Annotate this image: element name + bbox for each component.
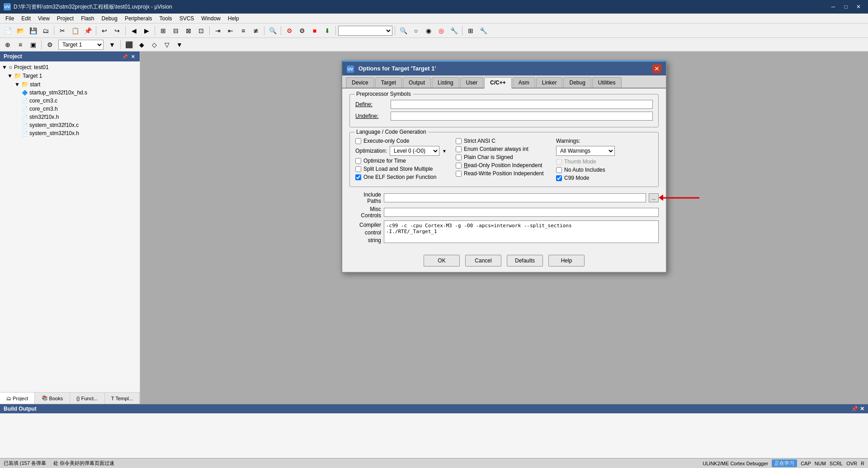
include-paths-input[interactable] bbox=[384, 193, 646, 202]
tab-asm[interactable]: Asm bbox=[513, 77, 535, 88]
tb2-btn3[interactable]: ▣ bbox=[27, 39, 39, 50]
save-btn[interactable]: 💾 bbox=[27, 25, 39, 36]
close-sidebar-icon[interactable]: ✕ bbox=[130, 53, 136, 60]
debug-start-btn[interactable]: 🔍 bbox=[397, 25, 409, 36]
device-select[interactable] bbox=[338, 26, 392, 36]
tab-debug[interactable]: Debug bbox=[563, 77, 591, 88]
tab-output[interactable]: Output bbox=[403, 77, 431, 88]
tb2-btn9[interactable]: ▽ bbox=[161, 39, 173, 50]
split-load-checkbox[interactable] bbox=[355, 166, 361, 172]
tab-device[interactable]: Device bbox=[346, 77, 374, 88]
execute-only-checkbox[interactable] bbox=[355, 138, 361, 144]
compiler-string-textarea[interactable] bbox=[384, 220, 659, 243]
settings-btn[interactable]: 🔧 bbox=[477, 25, 489, 36]
plain-char-checkbox[interactable] bbox=[456, 154, 462, 160]
read-write-checkbox[interactable] bbox=[456, 171, 462, 177]
copy-btn[interactable]: 📋 bbox=[69, 25, 81, 36]
menu-svcs[interactable]: SVCS bbox=[176, 14, 198, 23]
menu-project[interactable]: Project bbox=[53, 14, 77, 23]
debug4-btn[interactable]: ◎ bbox=[435, 25, 447, 36]
bookmark3-btn[interactable]: ⊠ bbox=[183, 25, 194, 36]
close-button[interactable]: ✕ bbox=[853, 2, 864, 12]
unindent-btn[interactable]: ⇤ bbox=[225, 25, 236, 36]
undo-btn[interactable]: ↩ bbox=[99, 25, 110, 36]
thumb-mode-checkbox[interactable] bbox=[556, 159, 562, 165]
redo-btn[interactable]: ↪ bbox=[111, 25, 123, 36]
no-auto-checkbox[interactable] bbox=[556, 167, 562, 173]
menu-help[interactable]: Help bbox=[224, 14, 243, 23]
sidebar-tab-project[interactable]: 🗂 Project bbox=[0, 393, 35, 404]
menu-view[interactable]: View bbox=[34, 14, 53, 23]
sidebar-tab-functions[interactable]: {} Funct... bbox=[70, 393, 105, 404]
open-btn[interactable]: 📂 bbox=[14, 25, 26, 36]
tree-item-file2[interactable]: 📄 core_cm3.c bbox=[0, 97, 140, 105]
target-dropdown[interactable]: Target 1 bbox=[58, 40, 104, 50]
tree-item-file3[interactable]: 📄 core_cm3.h bbox=[0, 105, 140, 113]
tab-linker[interactable]: Linker bbox=[536, 77, 563, 88]
uncomment-btn[interactable]: ≢ bbox=[250, 25, 262, 36]
sidebar-tab-books[interactable]: 📚 Books bbox=[35, 393, 70, 404]
tree-item-file4[interactable]: 📄 stm32f10x.h bbox=[0, 113, 140, 121]
defaults-button[interactable]: Defaults bbox=[507, 255, 543, 267]
warnings-select[interactable]: All Warnings bbox=[556, 146, 615, 156]
help-button[interactable]: Help bbox=[548, 255, 585, 267]
stop-btn[interactable]: ■ bbox=[309, 25, 321, 36]
tb2-btn7[interactable]: ◆ bbox=[136, 39, 147, 50]
read-only-checkbox[interactable] bbox=[456, 163, 462, 168]
tab-utilities[interactable]: Utilities bbox=[592, 77, 622, 88]
rebuild-btn[interactable]: ⚙ bbox=[296, 25, 308, 36]
tb2-btn6[interactable]: ⬛ bbox=[123, 39, 135, 50]
debug2-btn[interactable]: ○ bbox=[410, 25, 422, 36]
view-btn[interactable]: ⊞ bbox=[465, 25, 476, 36]
menu-edit[interactable]: Edit bbox=[18, 14, 34, 23]
tab-cpp[interactable]: C/C++ bbox=[484, 77, 512, 89]
indent-btn[interactable]: ⇥ bbox=[212, 25, 224, 36]
build-btn[interactable]: ⚙ bbox=[283, 25, 295, 36]
menu-tools[interactable]: Tools bbox=[156, 14, 176, 23]
pin-build-icon[interactable]: 📌 bbox=[851, 406, 858, 412]
download-btn[interactable]: ⬇ bbox=[321, 25, 333, 36]
tree-item-file6[interactable]: 📄 system_stm32f10x.h bbox=[0, 129, 140, 137]
tree-item-project[interactable]: ▼ ⚙ Project: test01 bbox=[0, 63, 140, 71]
title-bar-controls[interactable]: ─ □ ✕ bbox=[827, 2, 864, 12]
new-file-btn[interactable]: 📄 bbox=[2, 25, 14, 36]
tab-user[interactable]: User bbox=[460, 77, 483, 88]
tb2-btn8[interactable]: ◇ bbox=[148, 39, 160, 50]
ok-button[interactable]: OK bbox=[424, 255, 460, 267]
menu-debug[interactable]: Debug bbox=[98, 14, 121, 23]
tb2-btn5[interactable]: ▼ bbox=[106, 39, 118, 50]
c99-checkbox[interactable] bbox=[556, 175, 562, 181]
tree-item-target[interactable]: ▼ 📁 Target 1 bbox=[0, 71, 140, 80]
misc-controls-input[interactable] bbox=[384, 208, 659, 217]
tb2-btn4[interactable]: ⚙ bbox=[44, 39, 56, 50]
opt-dropdown-icon[interactable]: ▼ bbox=[442, 149, 447, 154]
save-all-btn[interactable]: 🗂 bbox=[40, 25, 52, 36]
bookmark4-btn[interactable]: ⊡ bbox=[195, 25, 207, 36]
tab-listing[interactable]: Listing bbox=[432, 77, 459, 88]
debug3-btn[interactable]: ◉ bbox=[423, 25, 434, 36]
menu-peripherals[interactable]: Peripherals bbox=[121, 14, 156, 23]
debug5-btn[interactable]: 🔧 bbox=[448, 25, 460, 36]
cancel-button[interactable]: Cancel bbox=[465, 255, 501, 267]
tree-item-file1[interactable]: 🔷 startup_stm32f10x_hd.s bbox=[0, 89, 140, 97]
one-elf-checkbox[interactable] bbox=[355, 174, 361, 180]
include-paths-browse-btn[interactable]: ... bbox=[649, 193, 659, 202]
comment-btn[interactable]: ≡ bbox=[237, 25, 249, 36]
tb2-btn1[interactable]: ⊕ bbox=[2, 39, 14, 50]
optimize-time-checkbox[interactable] bbox=[355, 158, 361, 164]
tree-item-start[interactable]: ▼ 📁 start bbox=[0, 80, 140, 89]
nav-fwd-btn[interactable]: ▶ bbox=[141, 25, 152, 36]
tb2-btn10[interactable]: ▼ bbox=[174, 39, 185, 50]
sidebar-tab-templates[interactable]: T Templ... bbox=[105, 393, 140, 404]
bookmark2-btn[interactable]: ⊟ bbox=[170, 25, 182, 36]
strict-ansi-checkbox[interactable] bbox=[456, 138, 462, 144]
tab-target[interactable]: Target bbox=[375, 77, 402, 88]
cut-btn[interactable]: ✂ bbox=[57, 25, 68, 36]
close-build-icon[interactable]: ✕ bbox=[860, 406, 864, 412]
optimization-select[interactable]: Level 0 (-O0) bbox=[390, 146, 439, 156]
define-input[interactable] bbox=[391, 100, 653, 109]
undefine-input[interactable] bbox=[391, 112, 653, 121]
nav-back-btn[interactable]: ◀ bbox=[128, 25, 140, 36]
minimize-button[interactable]: ─ bbox=[827, 2, 839, 12]
bookmark1-btn[interactable]: ⊞ bbox=[157, 25, 169, 36]
